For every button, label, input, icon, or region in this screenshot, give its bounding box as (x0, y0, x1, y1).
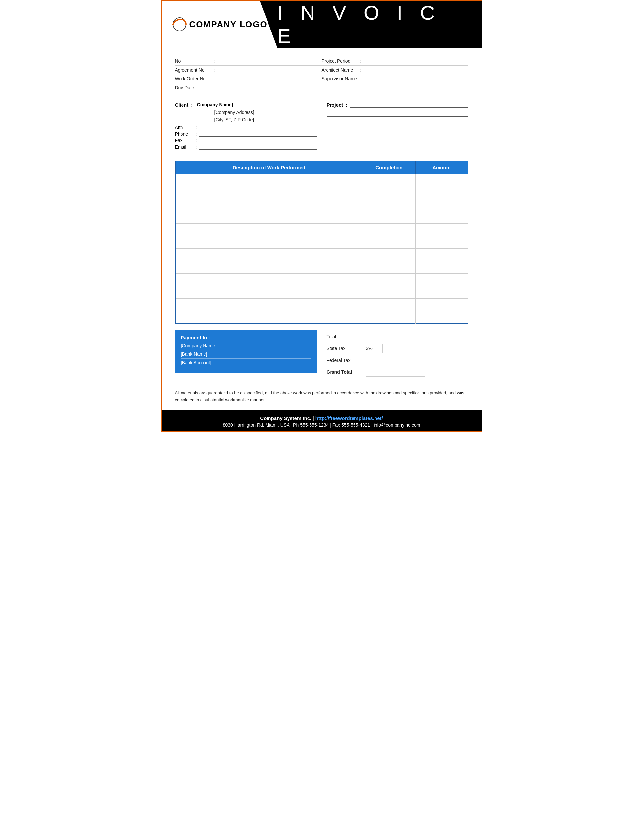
table-row (175, 261, 468, 273)
label-grand-total: Grand Total (326, 370, 363, 375)
info-row-architect: Architect Name : (322, 66, 468, 75)
client-block: Client : [Company Name] [Company Address… (175, 102, 317, 151)
colon-fax: : (196, 138, 197, 143)
info-row-duedate: Due Date : (175, 83, 322, 92)
client-row-fax: Fax : (175, 138, 317, 143)
col-description: Description of Work Performed (175, 161, 363, 174)
payment-title: Payment to : (181, 335, 311, 340)
cell-desc (175, 186, 363, 199)
colon-duedate: : (214, 85, 215, 90)
value-email (199, 149, 317, 150)
totals-block: Total State Tax 3% Federal Tax Grand Tot… (326, 330, 468, 378)
cell-comp (363, 223, 416, 236)
cell-amt (416, 186, 468, 199)
cell-comp (363, 174, 416, 186)
work-table-section: Description of Work Performed Completion… (162, 154, 481, 327)
logo-label: COMPANY LOGO (189, 20, 268, 29)
logo-icon (172, 17, 188, 31)
label-state-tax: State Tax (326, 346, 363, 351)
colon-email: : (196, 144, 197, 150)
header: COMPANY LOGO I N V O I C E (162, 1, 481, 47)
cell-amt (416, 273, 468, 286)
cell-desc (175, 236, 363, 248)
value-grand-total (366, 368, 425, 377)
payment-bank-name: [Bank Name] (181, 352, 311, 359)
info-row-workorder: Work Order No : (175, 75, 322, 83)
project-line-1 (326, 110, 468, 117)
state-tax-rate: 3% (366, 346, 379, 351)
table-row (175, 248, 468, 261)
client-city-zip: [City, ST, ZIP Code] (214, 117, 317, 124)
work-table: Description of Work Performed Completion… (175, 161, 468, 324)
col-amount: Amount (416, 161, 468, 174)
cell-amt (416, 223, 468, 236)
cell-desc (175, 311, 363, 323)
cell-desc (175, 286, 363, 298)
label-total: Total (326, 334, 363, 339)
total-row-state-tax: State Tax 3% (326, 344, 468, 353)
label-no: No (175, 59, 211, 63)
footer-address: 8030 Harrington Rd, Miami, USA | Ph 555-… (168, 422, 475, 428)
footer-bar: Company System Inc. | http://freewordtem… (162, 410, 481, 431)
table-row (175, 186, 468, 199)
table-row (175, 236, 468, 248)
colon-attn: : (196, 125, 197, 130)
cell-amt (416, 236, 468, 248)
project-line-2 (326, 119, 468, 126)
info-right: Project Period : Architect Name : Superv… (322, 57, 468, 92)
payment-bank-account: [Bank Account] (181, 360, 311, 367)
table-body (175, 174, 468, 323)
cell-desc (175, 211, 363, 223)
info-grid: No : Agreement No : Work Order No : Due … (175, 57, 468, 92)
project-line-3 (326, 128, 468, 135)
colon-workorder: : (214, 76, 215, 81)
colon-no: : (214, 59, 215, 63)
cell-amt (416, 199, 468, 211)
label-duedate: Due Date (175, 85, 211, 90)
client-colon: : (191, 102, 193, 108)
table-row (175, 174, 468, 186)
col-completion: Completion (363, 161, 416, 174)
cell-desc (175, 261, 363, 273)
label-architect: Architect Name (322, 67, 358, 73)
footer-company-line: Company System Inc. | http://freewordtem… (168, 415, 475, 421)
info-left: No : Agreement No : Work Order No : Due … (175, 57, 322, 92)
cell-desc (175, 199, 363, 211)
cell-comp (363, 236, 416, 248)
cell-comp (363, 273, 416, 286)
label-period: Project Period (322, 59, 358, 63)
cell-desc (175, 223, 363, 236)
cell-amt (416, 174, 468, 186)
label-email: Email (175, 144, 193, 150)
value-attn (199, 129, 317, 130)
colon-agreement: : (214, 67, 215, 73)
footer-note-text: All materials are guaranteed to be as sp… (175, 391, 464, 402)
colon-supervisor: : (361, 76, 362, 81)
client-company-name: [Company Name] (195, 102, 317, 108)
cell-amt (416, 211, 468, 223)
project-colon: : (346, 102, 347, 107)
value-federal-tax (366, 356, 425, 365)
footer-link[interactable]: http://freewordtemplates.net/ (315, 415, 383, 421)
client-row-phone: Phone : (175, 131, 317, 137)
cell-amt (416, 248, 468, 261)
cell-desc (175, 248, 363, 261)
label-attn: Attn (175, 125, 193, 130)
table-header-row: Description of Work Performed Completion… (175, 161, 468, 174)
project-label: Project : (326, 102, 468, 107)
client-label-text: Client (175, 102, 189, 108)
info-row-no: No : (175, 57, 322, 66)
table-row (175, 273, 468, 286)
footer-note: All materials are guaranteed to be as sp… (162, 384, 481, 407)
colon-period: : (361, 59, 362, 63)
label-supervisor: Supervisor Name (322, 76, 358, 81)
cell-amt (416, 311, 468, 323)
info-row-period: Project Period : (322, 57, 468, 66)
value-fax (199, 142, 317, 143)
cell-amt (416, 298, 468, 311)
label-workorder: Work Order No (175, 76, 211, 81)
cell-desc (175, 174, 363, 186)
table-row (175, 311, 468, 323)
table-row (175, 286, 468, 298)
cell-comp (363, 211, 416, 223)
